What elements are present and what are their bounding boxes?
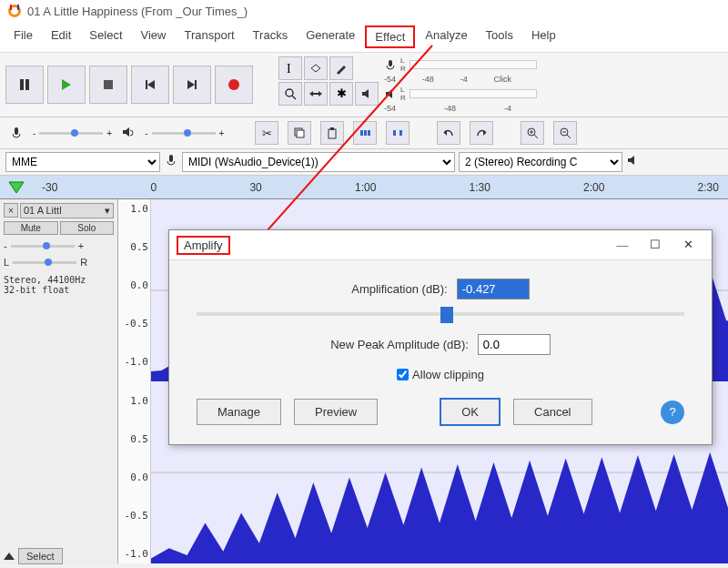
cut-button[interactable]: ✂ (255, 121, 278, 145)
track-title-dropdown[interactable]: 01 A Littl▾ (20, 203, 114, 218)
help-button[interactable]: ? (661, 401, 684, 424)
ruler-label: 1.0 (120, 203, 148, 215)
recording-device-select[interactable]: MIDI (WsAudio_Device(1)) (182, 152, 455, 172)
menu-generate[interactable]: Generate (298, 25, 363, 48)
manage-button[interactable]: Manage (197, 399, 281, 425)
speaker-icon[interactable] (355, 82, 379, 106)
ruler-label: 0.5 (120, 241, 148, 253)
selection-tool-icon[interactable]: I (278, 56, 302, 80)
timeline-tick: 2:00 (583, 181, 604, 194)
svg-marker-44 (628, 156, 634, 165)
speaker-icon (121, 126, 136, 140)
ok-button[interactable]: OK (440, 398, 500, 426)
svg-marker-45 (9, 182, 24, 193)
audio-host-select[interactable]: MME (5, 152, 160, 172)
timeline-ruler[interactable]: -300301:001:302:002:30 (0, 176, 728, 199)
paste-button[interactable] (320, 121, 344, 145)
svg-line-41 (567, 135, 571, 138)
undo-button[interactable] (437, 121, 460, 145)
timeshift-tool-icon[interactable] (304, 82, 328, 106)
track-select-button[interactable]: Select (18, 548, 63, 564)
window-titlebar: 01 A Little Happiness (From _Our Times_) (0, 0, 728, 22)
peak-amplitude-input[interactable] (478, 334, 551, 355)
svg-rect-32 (393, 130, 396, 136)
envelope-tool-icon[interactable] (304, 56, 328, 80)
gain-slider[interactable]: -+ (4, 240, 114, 251)
edit-toolbar: -+ -+ ✂ (0, 117, 728, 149)
zoom-tool-icon[interactable] (278, 82, 302, 106)
menu-effect[interactable]: Effect (365, 25, 415, 48)
trim-button[interactable] (353, 121, 377, 145)
menu-analyze[interactable]: Analyze (417, 25, 475, 48)
allow-clipping-checkbox[interactable] (397, 369, 409, 380)
menu-transport[interactable]: Transport (176, 25, 242, 48)
menu-view[interactable]: View (133, 25, 175, 48)
preview-button[interactable]: Preview (294, 399, 378, 425)
svg-point-1 (11, 7, 18, 15)
svg-rect-28 (330, 127, 334, 130)
cancel-button[interactable]: Cancel (513, 399, 592, 425)
record-button[interactable] (215, 66, 253, 104)
timeline-tick: -30 (42, 181, 57, 194)
menu-tools[interactable]: Tools (478, 25, 521, 48)
svg-line-15 (292, 96, 296, 99)
silence-button[interactable] (386, 121, 410, 145)
svg-rect-5 (25, 79, 29, 90)
svg-rect-29 (360, 130, 363, 136)
svg-marker-20 (362, 89, 369, 98)
pan-slider[interactable]: LR (4, 257, 114, 268)
menu-file[interactable]: File (5, 25, 41, 48)
skip-end-button[interactable] (173, 66, 211, 104)
menu-help[interactable]: Help (523, 25, 564, 48)
stop-button[interactable] (89, 66, 127, 104)
recording-volume-slider[interactable]: -+ (33, 128, 112, 138)
playback-volume-slider[interactable]: -+ (145, 128, 224, 138)
ruler-label: 0.0 (120, 472, 148, 483)
draw-tool-icon[interactable] (329, 56, 353, 80)
zoom-in-button[interactable] (521, 121, 544, 145)
playhead-marker-icon[interactable] (7, 178, 25, 197)
device-toolbar: MME MIDI (WsAudio_Device(1)) 2 (Stereo) … (0, 149, 728, 176)
svg-rect-11 (195, 80, 197, 89)
track-control-panel: × 01 A Littl▾ Mute Solo -+ LR Stereo, 44… (0, 199, 118, 563)
ruler-label: 1.0 (120, 395, 148, 407)
timeline-tick: 0 (151, 181, 157, 194)
copy-button[interactable] (288, 121, 311, 145)
svg-marker-24 (123, 127, 129, 137)
svg-marker-22 (386, 89, 392, 98)
minimize-button[interactable]: — (606, 234, 639, 256)
svg-rect-3 (17, 5, 19, 10)
recording-channels-select[interactable]: 2 (Stereo) Recording C (459, 152, 622, 172)
close-button[interactable]: ✕ (672, 234, 704, 256)
maximize-button[interactable]: ☐ (639, 234, 672, 256)
svg-rect-30 (364, 130, 367, 136)
ruler-label: -0.5 (120, 318, 148, 330)
svg-rect-26 (297, 130, 304, 137)
play-button[interactable] (47, 66, 86, 104)
mute-button[interactable]: Mute (4, 221, 58, 235)
amplification-input[interactable] (457, 279, 530, 299)
svg-marker-6 (62, 79, 71, 90)
ruler-label: 0.5 (120, 433, 148, 445)
menu-tracks[interactable]: Tracks (245, 25, 297, 48)
zoom-out-button[interactable] (553, 121, 577, 145)
menubar: FileEditSelectViewTransportTracksGenerat… (0, 22, 728, 53)
solo-button[interactable]: Solo (60, 221, 115, 235)
menu-edit[interactable]: Edit (43, 25, 79, 48)
multi-tool-icon[interactable]: ✱ (329, 82, 353, 106)
amplification-slider[interactable] (197, 312, 684, 316)
menu-select[interactable]: Select (81, 25, 130, 48)
skip-start-button[interactable] (131, 66, 169, 104)
redo-button[interactable] (470, 121, 493, 145)
svg-marker-10 (187, 80, 195, 89)
svg-rect-23 (15, 127, 18, 135)
amplitude-ruler: 1.00.50.0-0.5-1.01.00.50.0-0.5-1.0 (118, 199, 151, 563)
svg-rect-8 (146, 80, 147, 89)
ruler-label: 0.0 (120, 279, 148, 291)
collapse-track-icon[interactable] (4, 553, 15, 560)
svg-rect-4 (20, 79, 24, 90)
close-track-button[interactable]: × (4, 203, 18, 218)
svg-marker-18 (318, 91, 322, 96)
svg-text:✱: ✱ (337, 87, 347, 100)
pause-button[interactable] (5, 66, 44, 104)
